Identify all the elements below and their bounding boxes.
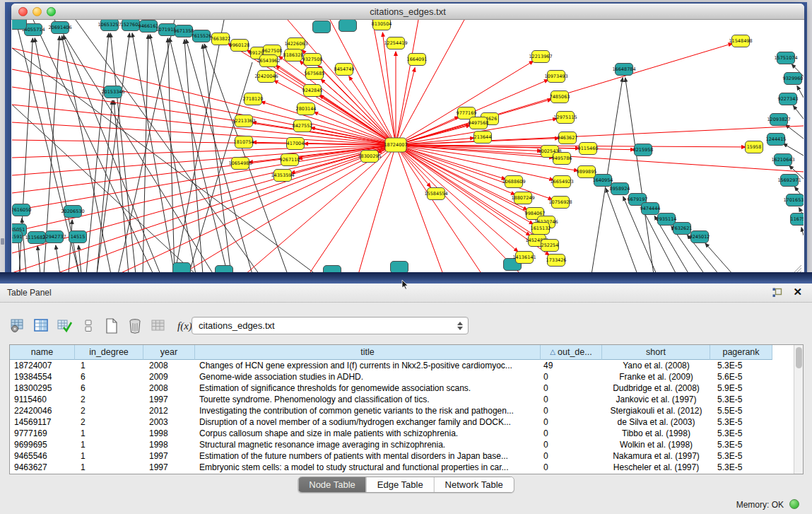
tab-node-table[interactable]: Node Table <box>298 477 366 492</box>
new-document-icon <box>105 318 119 334</box>
column-header-year[interactable]: year <box>143 345 195 360</box>
panel-collapse-handle[interactable] <box>1 238 4 245</box>
window-resize-grip[interactable] <box>792 263 802 273</box>
network-canvas[interactable]: 1872400714055714206914061065325715276029… <box>12 20 804 274</box>
graph-edge[interactable] <box>37 246 40 274</box>
import-table-button[interactable] <box>150 317 167 334</box>
graph-node[interactable] <box>12 20 27 30</box>
graph-edge[interactable] <box>793 105 804 119</box>
graph-node[interactable] <box>339 20 357 32</box>
close-panel-icon[interactable]: ✕ <box>793 286 802 298</box>
table-row[interactable]: 911546021997Tourette syndrome. Phenomeno… <box>10 394 803 405</box>
float-panel-icon[interactable] <box>772 288 782 298</box>
graph-edge[interactable] <box>118 145 396 274</box>
graph-node-label: 14353594 <box>271 173 294 178</box>
function-builder-button[interactable]: f(x) <box>177 320 192 332</box>
graph-node-label: 8215958 <box>633 147 654 153</box>
table-row[interactable]: 969969511998Structural magnetic resonanc… <box>10 439 803 450</box>
cell-title: Estimation of the future numbers of pati… <box>195 450 541 462</box>
graph-node-label: 22420046 <box>254 74 278 79</box>
table-row[interactable]: 1938455462009Genome-wide association stu… <box>10 371 803 382</box>
network-window[interactable]: citations_edges.txt 18724007140557142069… <box>11 4 804 274</box>
citation-network-graph[interactable]: 1872400714055714206914061065325715276029… <box>12 20 804 274</box>
graph-node-label: 16648784 <box>612 66 635 72</box>
cell-title: Structural magnetic resonance image aver… <box>195 439 541 450</box>
column-header-out_de[interactable]: △out_de... <box>541 345 602 360</box>
graph-edge[interactable] <box>396 145 515 194</box>
memory-status-icon[interactable] <box>789 499 799 509</box>
table-mode-button[interactable] <box>10 317 27 334</box>
delete-column-button[interactable] <box>126 317 143 334</box>
graph-edge[interactable] <box>12 145 396 193</box>
table-vertical-scrollbar[interactable] <box>794 345 803 474</box>
graph-edge[interactable] <box>396 145 530 235</box>
cell-in_degree: 1 <box>75 450 143 462</box>
cell-short: Dudbridge et al. (2008) <box>602 382 710 394</box>
scrollbar-thumb[interactable] <box>796 347 802 368</box>
cell-out_de: 0 <box>541 462 602 473</box>
table-selector-dropdown[interactable]: citations_edges.txt <box>192 317 469 334</box>
graph-edge[interactable] <box>56 245 60 274</box>
graph-node-label: 7485063 <box>550 94 570 100</box>
desktop-top-edge <box>0 0 812 2</box>
select-all-button[interactable] <box>57 317 73 334</box>
graph-node-label: 2616050 <box>12 207 31 213</box>
desktop-left-edge <box>0 2 5 272</box>
table-row[interactable]: 2242004622012Investigating the contribut… <box>10 405 803 416</box>
graph-node[interactable] <box>391 262 408 274</box>
graph-node-label: 1733426 <box>546 257 567 263</box>
graph-edge[interactable] <box>97 100 112 274</box>
cell-title: Investigating the contribution of common… <box>195 405 541 416</box>
table-panel: Table Panel ✕ <box>0 284 812 495</box>
cell-out_de: 0 <box>541 371 602 382</box>
graph-edge[interactable] <box>12 145 396 211</box>
graph-edge[interactable] <box>801 228 804 235</box>
column-header-short[interactable]: short <box>602 345 710 360</box>
graph-edge[interactable] <box>396 145 553 199</box>
graph-edge[interactable] <box>705 243 733 274</box>
create-column-button[interactable] <box>103 317 120 334</box>
graph-node-label: 18724007 <box>384 142 407 148</box>
table-row[interactable]: 1456911722003Disruption of a novel membe… <box>10 416 803 428</box>
graph-edge[interactable] <box>396 145 443 274</box>
selection-mode-button[interactable] <box>80 317 97 334</box>
table-row[interactable]: 946362711997Embryonic stem cells: a mode… <box>10 462 803 473</box>
graph-edge[interactable] <box>330 20 396 145</box>
graph-edge[interactable] <box>625 78 654 274</box>
show-columns-button[interactable] <box>33 317 50 334</box>
graph-node-label: 17016534 <box>783 197 804 203</box>
cell-name: 18724007 <box>10 360 75 371</box>
cell-name: 19384554 <box>10 371 75 382</box>
column-header-pagerank[interactable]: pagerank <box>710 345 772 360</box>
graph-edge[interactable] <box>12 105 396 145</box>
graph-node[interactable] <box>313 21 331 33</box>
table-row[interactable]: 977716911998Corpus callosum shape and si… <box>10 428 803 439</box>
column-header-in_degree[interactable]: in_degree <box>75 345 143 360</box>
sort-ascending-icon: △ <box>550 345 555 359</box>
graph-edge[interactable] <box>396 145 482 274</box>
graph-edge[interactable] <box>396 68 415 145</box>
column-header-title[interactable]: title <box>195 345 541 360</box>
graph-node-label: 10654985 <box>228 160 252 166</box>
graph-edge[interactable] <box>12 145 396 158</box>
cell-name: 9465546 <box>10 450 75 462</box>
cell-short: Wolkin et al. (1998) <box>602 439 710 450</box>
network-window-titlebar[interactable]: citations_edges.txt <box>11 4 804 20</box>
tab-network-table[interactable]: Network Table <box>434 477 514 492</box>
cell-short: Jankovic et al. (1997) <box>602 394 710 405</box>
tab-edge-table[interactable]: Edge Table <box>366 477 434 492</box>
table-row[interactable]: 1872400712008Changes of HCN gene express… <box>10 360 803 371</box>
cell-short: Hescheler et al. (1997) <box>602 462 710 473</box>
graph-node-label: 10973493 <box>544 74 567 79</box>
graph-edge[interactable] <box>396 20 464 145</box>
cell-pagerank: 5.3E-5 <box>710 394 772 405</box>
table-row[interactable]: 1830029562008Estimation of significance … <box>10 382 803 394</box>
graph-node-label: 9245012 <box>690 234 710 240</box>
cell-year: 1998 <box>143 439 195 450</box>
graph-edge[interactable] <box>245 145 396 274</box>
table-row[interactable]: 946554611997Estimation of the future num… <box>10 450 803 462</box>
graph-edge[interactable] <box>12 87 396 145</box>
graph-edge[interactable] <box>309 145 396 274</box>
graph-edge[interactable] <box>396 61 534 145</box>
column-header-name[interactable]: name <box>10 345 75 360</box>
